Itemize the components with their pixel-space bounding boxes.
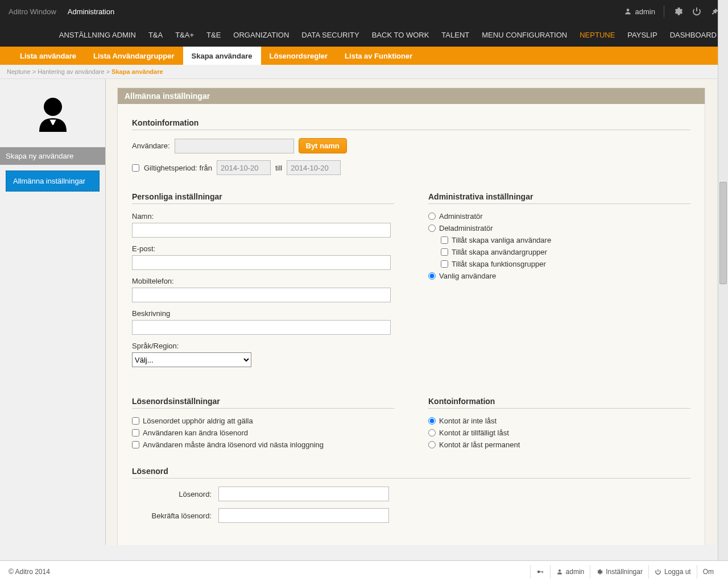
allow-funcgroups-checkbox[interactable] bbox=[441, 260, 448, 268]
orange-tab[interactable]: Lista användare bbox=[11, 47, 85, 65]
breadcrumb-part[interactable]: Hantering av användare bbox=[38, 68, 104, 75]
description-label: Beskrivning bbox=[132, 309, 394, 318]
allow-groups-label: Tillåt skapa användargrupper bbox=[452, 248, 547, 256]
language-select[interactable]: Välj... bbox=[132, 352, 251, 367]
breadcrumb-part[interactable]: Neptune bbox=[7, 68, 31, 75]
topnav-item[interactable]: T&A+ bbox=[175, 31, 194, 39]
power-icon[interactable] bbox=[692, 6, 702, 17]
mobile-label: Mobiltelefon: bbox=[132, 277, 394, 285]
topnav-item[interactable]: BACK TO WORK bbox=[372, 31, 429, 39]
user-badge[interactable]: admin bbox=[624, 7, 655, 16]
temp-locked-label: Kontot är tillfälligt låst bbox=[439, 429, 509, 437]
divider bbox=[664, 6, 664, 17]
window-title: Aditro Window bbox=[9, 7, 56, 16]
description-input[interactable] bbox=[132, 320, 391, 335]
avatar bbox=[0, 93, 105, 139]
divider bbox=[132, 408, 394, 409]
confirm-password-input[interactable] bbox=[218, 508, 389, 523]
svg-point-0 bbox=[626, 9, 629, 11]
date-from-input[interactable] bbox=[217, 160, 271, 175]
validity-checkbox[interactable] bbox=[132, 164, 139, 172]
topnav-item[interactable]: DASHBOARD bbox=[670, 31, 717, 39]
footer-key-icon[interactable] bbox=[530, 565, 550, 579]
allow-users-label: Tillåt skapa vanliga användare bbox=[452, 236, 551, 244]
svg-rect-4 bbox=[542, 571, 543, 573]
perm-locked-radio[interactable] bbox=[428, 441, 436, 448]
divider bbox=[428, 408, 690, 409]
topnav-item[interactable]: MENU CONFIGURATION bbox=[482, 31, 567, 39]
allow-funcgroups-label: Tillåt skapa funktionsgrupper bbox=[452, 260, 546, 268]
validity-till-label: till bbox=[275, 164, 282, 172]
pw-never-checkbox[interactable] bbox=[132, 417, 139, 425]
user-label: Användare: bbox=[132, 142, 170, 150]
temp-locked-radio[interactable] bbox=[428, 429, 436, 436]
name-label: Namn: bbox=[132, 212, 394, 221]
section-personal: Personliga inställningar bbox=[132, 192, 394, 201]
email-label: E-post: bbox=[132, 244, 394, 253]
footer-admin[interactable]: admin bbox=[550, 565, 590, 579]
allow-groups-checkbox[interactable] bbox=[441, 248, 448, 256]
gear-icon bbox=[596, 568, 603, 575]
allow-users-checkbox[interactable] bbox=[441, 236, 448, 244]
section-password: Lösenord bbox=[132, 467, 690, 476]
footer-about[interactable]: Om bbox=[697, 565, 719, 579]
not-locked-radio[interactable] bbox=[428, 417, 436, 425]
validity-label: Giltighetsperiod: från bbox=[144, 164, 212, 172]
language-label: Språk/Region: bbox=[132, 342, 394, 350]
breadcrumb-current: Skapa användare bbox=[111, 68, 163, 75]
svg-point-2 bbox=[537, 570, 540, 573]
footer-logout[interactable]: Logga ut bbox=[648, 565, 697, 579]
pw-never-label: Lösenordet upphör aldrig att gälla bbox=[143, 417, 253, 425]
pw-can-change-checkbox[interactable] bbox=[132, 429, 139, 436]
normal-user-radio[interactable] bbox=[428, 272, 436, 280]
email-input[interactable] bbox=[132, 255, 391, 270]
section-admin: Administrativa inställningar bbox=[428, 192, 690, 201]
date-to-input[interactable] bbox=[287, 160, 341, 175]
copyright: © Aditro 2014 bbox=[9, 568, 50, 576]
confirm-password-label: Bekräfta lösenord: bbox=[132, 512, 212, 520]
divider bbox=[132, 478, 690, 479]
admin-radio[interactable] bbox=[428, 213, 436, 220]
orange-tab[interactable]: Lista Användargrupper bbox=[85, 47, 183, 65]
topnav-item[interactable]: T&E bbox=[206, 31, 221, 39]
user-icon bbox=[556, 568, 563, 575]
power-icon bbox=[655, 568, 661, 575]
gear-icon[interactable] bbox=[673, 6, 683, 17]
section-title: Administration bbox=[68, 7, 114, 16]
orange-tab[interactable]: Skapa användare bbox=[183, 47, 261, 65]
divider bbox=[428, 203, 690, 204]
divider bbox=[132, 130, 690, 130]
orange-tab[interactable]: Lösenordsregler bbox=[261, 47, 337, 65]
panel-header: Allmänna inställningar bbox=[118, 88, 705, 104]
mobile-input[interactable] bbox=[132, 288, 391, 302]
pw-must-change-checkbox[interactable] bbox=[132, 441, 139, 448]
topnav-item[interactable]: ORGANIZATION bbox=[233, 31, 289, 39]
topnav-item[interactable]: TALENT bbox=[441, 31, 469, 39]
section-account-info: Kontoinformation bbox=[132, 118, 690, 127]
topnav-item[interactable]: NEPTUNE bbox=[580, 31, 615, 39]
topnav-item[interactable]: PAYSLIP bbox=[627, 31, 657, 39]
orange-tab[interactable]: Lista av Funktioner bbox=[336, 47, 421, 65]
topnav-item[interactable]: ANSTÄLLNING ADMIN bbox=[59, 31, 136, 39]
user-icon bbox=[624, 7, 632, 15]
section-account-info2: Kontoinformation bbox=[428, 397, 690, 406]
topnav-item[interactable]: DATA SECURITY bbox=[301, 31, 359, 39]
user-label: admin bbox=[635, 7, 655, 16]
password-input[interactable] bbox=[218, 487, 389, 501]
partadmin-radio-label: Deladministratör bbox=[439, 224, 493, 232]
admin-radio-label: Administratör bbox=[439, 212, 483, 221]
perm-locked-label: Kontot är låst permanent bbox=[439, 440, 520, 449]
topnav-item[interactable]: T&A bbox=[148, 31, 163, 39]
partadmin-radio[interactable] bbox=[428, 225, 436, 232]
name-input[interactable] bbox=[132, 223, 391, 238]
normal-user-label: Vanlig användare bbox=[439, 272, 496, 280]
page-scrollbar[interactable] bbox=[718, 0, 728, 560]
svg-point-5 bbox=[559, 569, 561, 572]
sidebar-item-general[interactable]: Allmänna inställningar bbox=[6, 171, 100, 192]
divider bbox=[132, 203, 394, 204]
pw-can-change-label: Användaren kan ändra lösenord bbox=[143, 429, 248, 437]
rename-button[interactable]: Byt namn bbox=[299, 138, 347, 153]
footer-settings[interactable]: Inställningar bbox=[590, 565, 648, 579]
svg-point-1 bbox=[44, 98, 62, 116]
user-input[interactable] bbox=[175, 139, 294, 153]
